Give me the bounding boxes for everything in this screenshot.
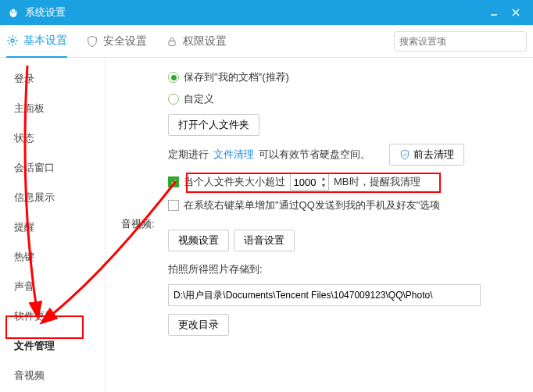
lock-icon [166,35,178,48]
shield-icon [86,35,98,48]
radio-save-docs[interactable] [168,72,179,83]
radio-custom-label: 自定义 [184,92,214,106]
voice-settings-button[interactable]: 语音设置 [234,230,295,251]
tab-basic[interactable]: 基本设置 [6,25,67,58]
video-settings-button[interactable]: 视频设置 [168,230,229,251]
tab-permission[interactable]: 权限设置 [166,25,227,58]
radio-save-docs-label: 保存到"我的文档"(推荐) [184,70,289,84]
check-folder-size[interactable] [168,176,179,187]
cleanup-link[interactable]: 文件清理 [213,148,254,162]
size-spinner[interactable]: ▲▼ [319,175,328,189]
radio-custom[interactable] [168,94,179,105]
sidebar-item-alert[interactable]: 提醒 [0,212,105,242]
cleanup-text-post: 可以有效节省硬盘空间。 [259,148,370,162]
search-input[interactable] [399,36,517,47]
svg-point-2 [12,9,16,13]
sidebar-item-update[interactable]: 软件更新 [0,301,105,331]
sidebar-item-chat[interactable]: 会话窗口 [0,153,105,183]
size-unit-label: MB时，提醒我清理 [334,175,420,189]
sidebar-item-hotkey[interactable]: 热键 [0,242,105,272]
shield-check-icon [399,149,410,160]
sidebar-item-info[interactable]: 信息展示 [0,183,105,212]
content-panel: 保存到"我的文档"(推荐) 自定义 打开个人文件夹 定期进行文件清理可以有效节省… [106,58,533,392]
sidebar-item-status[interactable]: 状态 [0,123,105,153]
av-section-label: 音视频: [121,217,155,231]
window-title: 系统设置 [25,5,483,20]
tab-security-label: 安全设置 [103,34,147,48]
photo-storage-label: 拍照所得照片存储到: [168,262,263,276]
context-menu-label: 在系统右键菜单增加"通过QQ发送到我的手机及好友"选项 [184,198,440,212]
check-context-menu[interactable] [168,200,179,211]
tab-basic-label: 基本设置 [23,34,67,48]
minimize-button[interactable] [483,3,505,22]
gear-icon [6,34,19,47]
app-logo-icon [6,5,20,20]
tab-security[interactable]: 安全设置 [86,25,147,58]
change-dir-button[interactable]: 更改目录 [168,314,229,336]
size-input-box[interactable]: ▲▼ [290,173,329,191]
close-button[interactable] [505,3,527,22]
size-pre-label: 当个人文件夹大小超过 [184,175,285,189]
sidebar-item-mainpanel[interactable]: 主面板 [0,94,105,123]
size-input[interactable] [291,176,319,188]
tab-permission-label: 权限设置 [183,34,227,48]
open-folder-button[interactable]: 打开个人文件夹 [168,114,259,136]
go-cleanup-button[interactable]: 前去清理 [389,144,464,166]
sidebar-item-filemgmt[interactable]: 文件管理 [0,331,105,361]
sidebar-item-sound[interactable]: 声音 [0,272,105,301]
photo-path-input[interactable] [168,284,481,306]
search-box[interactable] [394,31,527,52]
sidebar-item-login[interactable]: 登录 [0,64,105,94]
sidebar: 登录 主面板 状态 会话窗口 信息展示 提醒 热键 声音 软件更新 文件管理 音… [0,58,106,392]
svg-rect-7 [169,41,175,45]
cleanup-text-pre: 定期进行 [168,148,209,162]
go-cleanup-label: 前去清理 [413,148,454,162]
svg-point-6 [11,39,14,42]
sidebar-item-av[interactable]: 音视频 [0,361,105,390]
